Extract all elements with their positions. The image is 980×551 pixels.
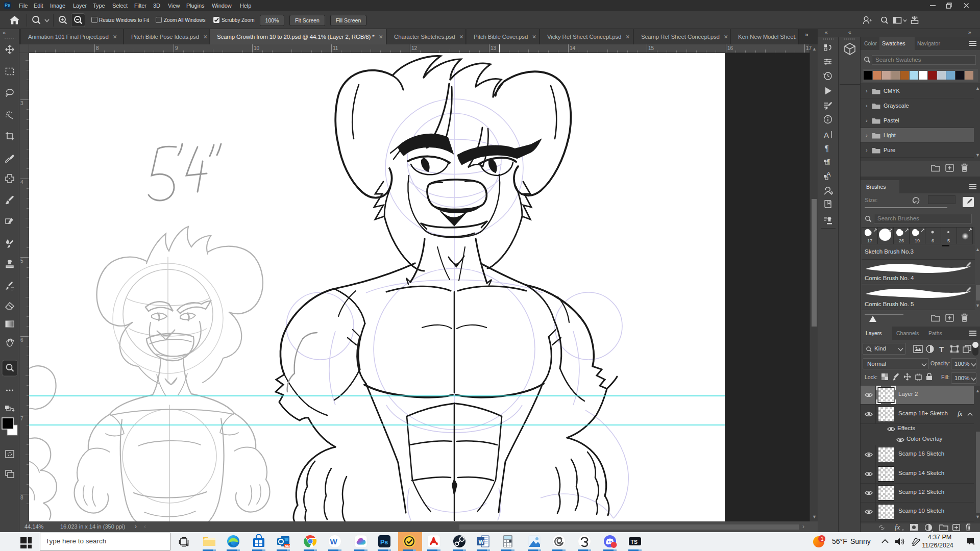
svg-text:Ps: Ps bbox=[380, 539, 388, 546]
svg-text:6: 6 bbox=[932, 238, 934, 243]
svg-text:19: 19 bbox=[915, 238, 920, 243]
svg-text:17: 17 bbox=[867, 238, 872, 243]
svg-text:1: 1 bbox=[821, 536, 824, 542]
svg-text:26: 26 bbox=[899, 238, 904, 243]
svg-text:fx: fx bbox=[895, 523, 900, 531]
svg-text:W: W bbox=[330, 537, 338, 546]
svg-text:TS: TS bbox=[631, 539, 638, 545]
svg-text:¶: ¶ bbox=[825, 144, 829, 153]
svg-text:T: T bbox=[939, 345, 944, 354]
svg-text:A: A bbox=[824, 131, 829, 139]
svg-text:W: W bbox=[479, 539, 484, 545]
svg-text:NEW: NEW bbox=[285, 544, 291, 547]
svg-text:5: 5 bbox=[947, 238, 950, 243]
